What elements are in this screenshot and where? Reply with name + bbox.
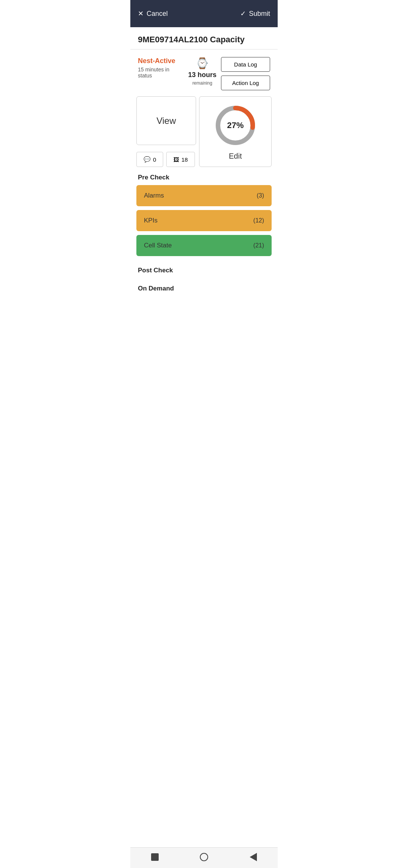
donut-chart: 27% [213,103,258,148]
edit-panel[interactable]: 27% Edit [199,96,272,167]
action-row: 💬 0 🖼 18 [136,152,196,167]
view-panel[interactable]: View [136,96,196,145]
cell-state-label: Cell State [144,242,172,249]
cell-state-count: (21) [253,242,264,249]
back-button[interactable] [250,853,257,861]
bottom-nav [130,847,278,868]
status-left: Nest-Active 15 minutes in status [138,57,184,79]
edit-label: Edit [229,152,242,161]
cancel-label: Cancel [147,10,168,18]
status-section: Nest-Active 15 minutes in status ⌚ 13 ho… [130,49,278,96]
alarms-item[interactable]: Alarms (3) [136,185,272,206]
view-label: View [156,116,176,126]
hours-text: 13 hours [188,71,216,79]
top-bar: ✕ Cancel ✓ Submit [130,0,278,27]
home-button[interactable] [200,853,208,861]
main-grid: View 💬 0 🖼 18 27% Edit [136,96,272,167]
page-title-section: 9ME09714AL2100 Capacity [130,27,278,49]
cell-state-item[interactable]: Cell State (21) [136,235,272,256]
submit-label: Submit [249,10,270,18]
kpis-item[interactable]: KPIs (12) [136,210,272,231]
on-demand-heading: On Demand [130,278,278,296]
clock-icon: ⌚ [196,57,209,70]
check-icon: ✓ [240,9,246,18]
cancel-icon: ✕ [138,9,144,18]
status-center: ⌚ 13 hours remaining [188,57,216,86]
alarms-label: Alarms [144,192,164,199]
donut-percent-label: 27% [227,120,244,130]
log-buttons: Data Log Action Log [221,57,270,90]
post-check-heading: Post Check [130,260,278,278]
kpis-count: (12) [253,217,264,224]
data-log-button[interactable]: Data Log [221,57,270,72]
remaining-text: remaining [192,80,212,86]
action-log-button[interactable]: Action Log [221,76,270,90]
comments-button[interactable]: 💬 0 [136,152,163,167]
page-title: 9ME09714AL2100 Capacity [138,35,270,45]
comment-icon: 💬 [144,156,151,163]
kpis-label: KPIs [144,217,158,224]
photos-button[interactable]: 🖼 18 [166,152,195,167]
status-duration: 15 minutes in status [138,66,184,79]
cancel-button[interactable]: ✕ Cancel [138,9,168,18]
alarms-count: (3) [257,192,264,199]
photo-icon: 🖼 [173,156,179,163]
pre-check-heading: Pre Check [130,167,278,185]
submit-button[interactable]: ✓ Submit [240,9,270,18]
stop-button[interactable] [151,853,159,861]
photo-count: 18 [181,156,188,163]
nest-active-status: Nest-Active [138,57,184,65]
comment-count: 0 [153,156,156,163]
